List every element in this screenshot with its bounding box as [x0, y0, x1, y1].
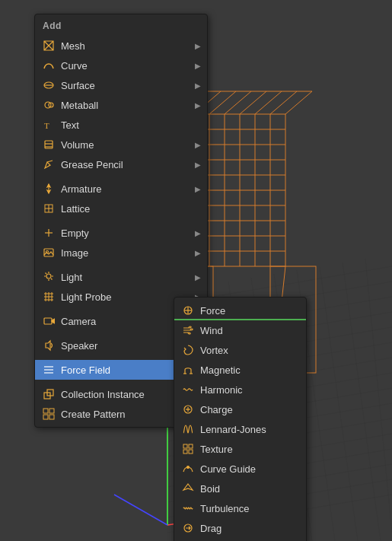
svg-rect-126: [183, 450, 187, 453]
drag-icon: [180, 520, 196, 536]
image-arrow: ▶: [195, 249, 201, 257]
surface-icon: [41, 78, 56, 93]
drag-label: Drag: [200, 523, 221, 534]
menu-item-armature[interactable]: Armature ▶: [35, 179, 207, 199]
submenu-item-vortex[interactable]: Vortex: [174, 340, 306, 360]
svg-line-96: [46, 273, 47, 275]
menu-item-text[interactable]: T Text: [35, 115, 207, 135]
submenu-item-wind[interactable]: Wind: [174, 320, 306, 340]
grease-pencil-arrow: ▶: [195, 161, 201, 169]
magnetic-label: Magnetic: [200, 364, 241, 376]
charge-icon: [180, 402, 196, 417]
lennard-jones-label: Lennard-Jones: [200, 424, 266, 435]
empty-label: Empty: [61, 228, 195, 239]
menu-header: Add: [35, 18, 207, 36]
speaker-icon: [41, 338, 56, 353]
surface-label: Surface: [61, 80, 195, 91]
wind-icon: [180, 323, 196, 338]
submenu-item-boid[interactable]: Boid: [174, 479, 306, 498]
submenu-item-drag[interactable]: Drag: [174, 518, 306, 538]
magnetic-icon: [180, 362, 196, 377]
svg-marker-83: [47, 190, 50, 193]
svg-rect-104: [44, 318, 52, 324]
texture-label: Texture: [200, 444, 233, 455]
submenu-item-fluid-flow[interactable]: Fluid Flow: [174, 538, 306, 541]
curve-guide-icon: [180, 461, 196, 476]
force-icon: [180, 303, 196, 318]
menu-item-empty[interactable]: Empty ▶: [35, 223, 207, 243]
svg-rect-125: [189, 444, 193, 448]
menu-item-metaball[interactable]: Metaball ▶: [35, 95, 207, 115]
submenu-item-force[interactable]: Force: [174, 301, 306, 320]
menu-item-curve[interactable]: Curve ▶: [35, 56, 207, 75]
submenu-item-charge[interactable]: Charge: [174, 399, 306, 419]
image-icon: [41, 245, 56, 260]
submenu-item-curve-guide[interactable]: Curve Guide: [174, 459, 306, 479]
svg-rect-115: [49, 415, 54, 419]
mesh-label: Mesh: [61, 40, 195, 52]
harmonic-icon: [180, 382, 196, 397]
force-label: Force: [200, 305, 225, 317]
menu-item-volume[interactable]: Volume ▶: [35, 135, 207, 154]
collection-instance-icon: [41, 387, 56, 402]
svg-marker-129: [183, 484, 193, 490]
svg-point-128: [187, 466, 190, 469]
create-pattern-icon: [41, 406, 56, 422]
wind-label: Wind: [200, 325, 223, 336]
svg-marker-82: [47, 184, 50, 187]
svg-line-97: [51, 278, 53, 280]
light-label: Light: [61, 272, 195, 283]
menu-item-lattice[interactable]: Lattice: [35, 199, 207, 218]
menu-item-light[interactable]: Light ▶: [35, 267, 207, 287]
vortex-label: Vortex: [200, 345, 228, 356]
armature-icon: [41, 181, 56, 196]
image-label: Image: [61, 247, 195, 259]
svg-point-91: [46, 274, 51, 278]
camera-icon: [41, 313, 56, 329]
menu-item-mesh[interactable]: Mesh ▶: [35, 36, 207, 56]
text-icon: T: [41, 117, 56, 132]
harmonic-label: Harmonic: [200, 384, 243, 396]
boid-icon: [180, 481, 196, 496]
turbulence-icon: [180, 501, 196, 516]
armature-arrow: ▶: [195, 185, 201, 193]
svg-rect-113: [49, 409, 54, 413]
lennard-jones-icon: [180, 422, 196, 437]
text-label: Text: [61, 119, 201, 131]
curve-icon: [41, 58, 56, 73]
svg-rect-124: [183, 444, 187, 448]
svg-text:T: T: [44, 121, 49, 130]
submenu-item-turbulence[interactable]: Turbulence: [174, 498, 306, 518]
svg-line-80: [47, 161, 53, 162]
surface-arrow: ▶: [195, 81, 201, 90]
light-arrow: ▶: [195, 273, 201, 282]
armature-label: Armature: [61, 183, 195, 195]
submenu-item-texture[interactable]: Texture: [174, 439, 306, 459]
svg-rect-114: [43, 415, 48, 419]
submenu-item-harmonic[interactable]: Harmonic: [174, 380, 306, 399]
mesh-icon: [41, 38, 56, 53]
submenu-item-magnetic[interactable]: Magnetic: [174, 360, 306, 380]
grease-pencil-icon: [41, 157, 56, 172]
vortex-icon: [180, 342, 196, 358]
menu-item-image[interactable]: Image ▶: [35, 243, 207, 263]
menu-item-surface[interactable]: Surface ▶: [35, 75, 207, 95]
svg-marker-106: [46, 341, 50, 350]
volume-arrow: ▶: [195, 141, 201, 149]
volume-label: Volume: [61, 139, 195, 151]
curve-arrow: ▶: [195, 62, 201, 70]
boid-label: Boid: [200, 483, 220, 495]
texture-icon: [180, 441, 196, 457]
submenu-item-lennard-jones[interactable]: Lennard-Jones: [174, 419, 306, 439]
menu-item-grease-pencil[interactable]: Grease Pencil ▶: [35, 154, 207, 174]
lattice-icon: [41, 201, 56, 216]
charge-label: Charge: [200, 404, 233, 415]
empty-icon: [41, 225, 56, 240]
curve-label: Curve: [61, 60, 195, 72]
mesh-arrow: ▶: [195, 42, 201, 50]
curve-guide-label: Curve Guide: [200, 463, 256, 475]
turbulence-label: Turbulence: [200, 503, 250, 514]
grease-pencil-label: Grease Pencil: [61, 159, 195, 170]
metaball-label: Metaball: [61, 100, 195, 111]
lattice-label: Lattice: [61, 203, 201, 215]
